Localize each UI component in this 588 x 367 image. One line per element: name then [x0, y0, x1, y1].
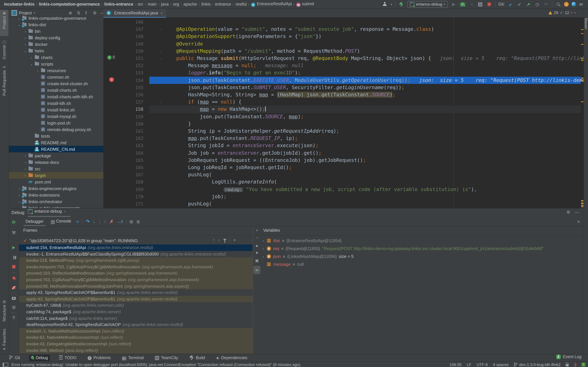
run-to-cursor-icon[interactable]: →I: [117, 219, 123, 224]
tree-item-docker[interactable]: ›docker: [9, 41, 103, 48]
tree-item-charts[interactable]: ›charts: [9, 54, 103, 61]
editor-tab[interactable]: C EntranceRestfulApi.java ×: [103, 9, 166, 18]
frame-row[interactable]: submit:154, EntranceRestfulApi(org.apach…: [19, 244, 253, 251]
error-stripe-mark[interactable]: [581, 78, 583, 79]
line-number[interactable]: 157: [103, 98, 143, 106]
line-separator[interactable]: LF: [467, 362, 471, 367]
tree-item-linkis-orchestrator[interactable]: ›linkis-orchestrator: [9, 198, 103, 205]
frame-row[interactable]: dealResponseRestful:42, SpringRestfulCat…: [19, 321, 253, 328]
code-line-161[interactable]: 161 String ip = JobHistoryHelper.getRequ…: [103, 127, 584, 135]
code-line-160[interactable]: 160 }: [103, 120, 584, 127]
view-breakpoints-button[interactable]: [9, 275, 19, 281]
line-number[interactable]: 171: [103, 200, 143, 208]
lock-icon[interactable]: [566, 364, 569, 366]
add-icon[interactable]: +: [233, 237, 236, 242]
tool-window-button-debug[interactable]: Debug: [29, 355, 50, 361]
chevron-right-icon[interactable]: ›: [23, 160, 27, 164]
frame-row[interactable]: apply:43, SpringRestfulCatchAOP$$anonfun…: [19, 296, 253, 302]
step-into-icon[interactable]: ↓: [93, 219, 95, 224]
code-line-147[interactable]: 147⌵ @ApiOperation(value = "submit", not…: [103, 25, 584, 33]
move-up-icon[interactable]: ↑: [213, 238, 215, 242]
code-line-148[interactable]: 148 @ApiOperationSupport(ignoreParameter…: [103, 33, 584, 40]
variable-row-message[interactable]: message = null: [261, 260, 584, 268]
tree-item-release-docs[interactable]: ›release-docs: [9, 159, 103, 166]
variable-row-this[interactable]: ›this = {EntranceRestfulApi@11854}: [261, 237, 584, 244]
line-number[interactable]: 169: [103, 186, 143, 193]
close-icon[interactable]: ×: [64, 209, 66, 213]
git-update-icon[interactable]: ↙: [508, 1, 514, 7]
code-line-157[interactable]: 157⌵ if (map == null) {: [103, 98, 584, 106]
infinity-icon[interactable]: ∞: [253, 266, 260, 274]
layout-settings-icon[interactable]: ≣: [136, 219, 140, 224]
chevron-right-icon[interactable]: ›: [23, 29, 27, 33]
line-number[interactable]: 152: [103, 62, 143, 69]
code-line-163[interactable]: 163 String jobId = entranceServer.execut…: [103, 142, 584, 149]
code-line-170[interactable]: 170 job);: [103, 193, 584, 200]
tree-item-resources[interactable]: ›resources: [9, 67, 103, 74]
line-number[interactable]: 160: [103, 120, 143, 127]
tool-stripe-project[interactable]: ▦ Project: [0, 10, 9, 36]
tree-item-deploy-config[interactable]: ›deploy-config: [9, 34, 103, 41]
project-view-title[interactable]: Project: [19, 11, 32, 15]
debug-button[interactable]: [460, 1, 466, 7]
tool-window-button-terminal[interactable]: >_Terminal: [120, 355, 146, 361]
frame-row[interactable]: proceed:763, CglibAopProxy$CglibMethodIn…: [19, 276, 253, 283]
profiler-button[interactable]: ◔: [468, 1, 475, 7]
line-number[interactable]: 165: [103, 157, 143, 164]
tab-console[interactable]: ›Console: [49, 219, 73, 224]
breadcrumb-item[interactable]: src: [138, 2, 143, 7]
breadcrumb-item[interactable]: entrance: [215, 2, 231, 7]
thread-dump-camera-icon[interactable]: [9, 296, 19, 301]
code-line-153[interactable]: 153 logger.info("Begin to get an execID"…: [103, 69, 584, 76]
breadcrumb-item[interactable]: main: [148, 2, 156, 7]
tree-item-remote-debug-proxy-sh[interactable]: ›remote-debug-proxy.sh: [9, 126, 103, 133]
error-stripe-mark[interactable]: [581, 44, 583, 45]
frame-row[interactable]: proceed:88, MethodInvocationProceedingJo…: [19, 283, 253, 289]
settings-wrench-icon[interactable]: ⚒: [9, 230, 19, 235]
tool-window-button-git[interactable]: Git: [7, 355, 22, 361]
evaluate-expression-icon[interactable]: ⊞: [130, 219, 133, 224]
line-number[interactable]: 161: [103, 127, 143, 135]
rollback-icon[interactable]: ↶: [543, 1, 549, 7]
code-line-156[interactable]: 156 HashMap<String, String> map = (HashM…: [103, 91, 584, 98]
code-editor[interactable]: 146147⌵ @ApiOperation(value = "submit", …: [103, 17, 584, 208]
tool-window-button-problems[interactable]: !Problems: [86, 355, 113, 361]
error-stripe-mark[interactable]: [581, 101, 583, 102]
teamcity-run-button[interactable]: tc: [477, 1, 483, 7]
next-issue-icon[interactable]: ˅: [574, 11, 576, 14]
tab-debugger[interactable]: Debugger: [24, 219, 46, 224]
line-number[interactable]: 163: [103, 142, 143, 149]
history-icon[interactable]: ◷: [534, 1, 540, 7]
breadcrumb-item[interactable]: apache: [184, 2, 197, 7]
line-number[interactable]: 150: [103, 48, 143, 55]
teamcity-status-icon[interactable]: T: [581, 363, 585, 367]
code-line-150[interactable]: 150⌵ @RequestMapping(path = "/submit", m…: [103, 48, 584, 55]
chevron-right-icon[interactable]: ›: [23, 174, 27, 177]
frame-row[interactable]: invoke:43, DelegatingMethodAccessorImpl(…: [19, 341, 253, 347]
tool-window-button-dependencies[interactable]: ◈Dependencies: [214, 355, 249, 361]
breadcrumb-item[interactable]: restful: [235, 2, 247, 7]
code-line-154[interactable]: 154✓ json.put(TaskConstant.EXECUTE_USER,…: [103, 76, 584, 84]
pin-tab-icon[interactable]: ⚲: [9, 315, 19, 320]
line-number[interactable]: 168: [103, 178, 143, 186]
step-over-icon[interactable]: ↷: [86, 219, 90, 224]
gear-icon[interactable]: ⚙: [567, 210, 570, 215]
error-stripe-mark[interactable]: [581, 60, 583, 61]
filter-funnel-icon[interactable]: [223, 239, 226, 241]
frame-row[interactable]: invokeJoinpoint:793, CglibAopProxy$Cglib…: [19, 264, 253, 270]
error-stripe-mark[interactable]: [581, 58, 583, 59]
line-number[interactable]: 166: [103, 164, 143, 171]
code-line-171[interactable]: 171 pushLog(: [103, 200, 584, 208]
run-config-select[interactable]: entance-debug ▾: [407, 1, 448, 8]
variable-row-req[interactable]: ›preq = {Request@11855} "Request(POST ht…: [261, 244, 584, 252]
line-number[interactable]: 147: [103, 25, 143, 33]
tree-item-install-charts-with-ldh-sh[interactable]: ›install-charts-with-ldh.sh: [9, 93, 103, 100]
tree-item-src[interactable]: ›src: [9, 166, 103, 172]
event-log-button[interactable]: 2 Event Log: [556, 355, 581, 359]
chevron-right-icon[interactable]: ›: [17, 187, 21, 190]
git-branch-widget[interactable]: dev-1.3.0-bug-ldh-flink2: [514, 362, 561, 367]
line-number[interactable]: 159: [103, 113, 143, 120]
tool-window-button-build[interactable]: Build: [187, 355, 207, 361]
breadcrumb-item[interactable]: org: [173, 2, 179, 7]
line-number[interactable]: 153: [103, 69, 143, 76]
